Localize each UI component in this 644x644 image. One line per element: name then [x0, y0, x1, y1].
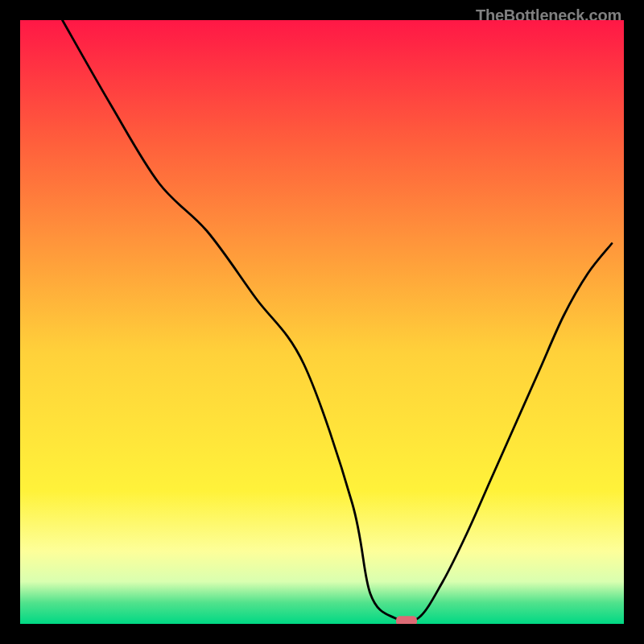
optimal-marker — [396, 616, 417, 624]
bottleneck-chart — [20, 20, 624, 624]
chart-frame: TheBottleneck.com — [0, 0, 644, 644]
gradient-background — [20, 20, 624, 624]
